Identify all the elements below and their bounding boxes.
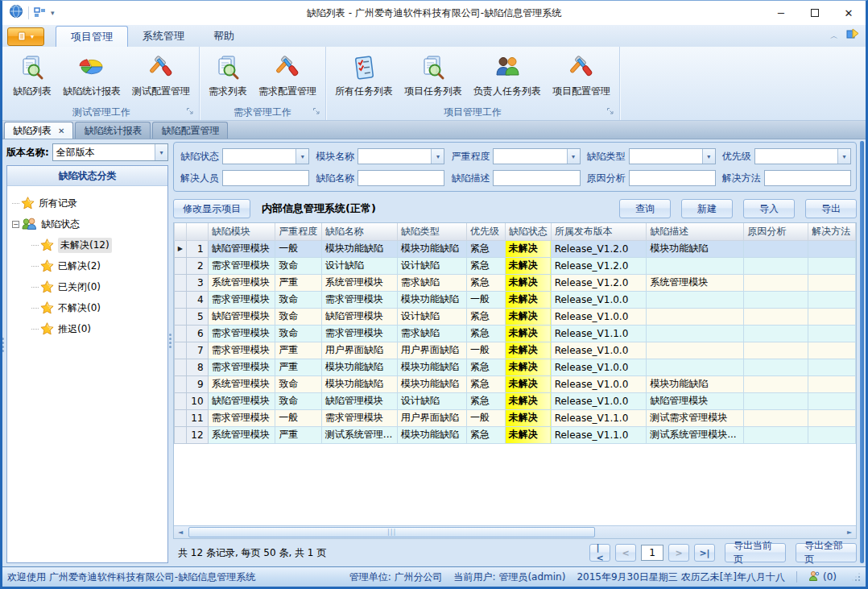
filter-select-严重程度[interactable]: ▾ bbox=[493, 148, 580, 164]
ribbon-tab-项目管理[interactable]: 项目管理 bbox=[56, 26, 128, 47]
ribbon-button-项目任务列表[interactable]: 项目任务列表 bbox=[399, 50, 468, 100]
table-row[interactable]: 8需求管理模块严重模块功能缺陷模块功能缺陷紧急未解决Release_V1.0.0 bbox=[175, 359, 856, 375]
filter-input-缺陷名称[interactable] bbox=[358, 170, 444, 186]
column-header-blank[interactable] bbox=[186, 223, 208, 240]
tree-item-未解决(12)[interactable]: 未解决(12) bbox=[12, 234, 164, 255]
online-user-icon[interactable] bbox=[808, 570, 820, 584]
table-row[interactable]: 4需求管理模块致命需求管理模块模块功能缺陷一般未解决Release_V1.0.0 bbox=[175, 291, 856, 308]
table-row[interactable]: 2需求管理模块致命设计缺陷设计缺陷紧急未解决Release_V1.2.0 bbox=[175, 257, 856, 274]
scroll-right-icon[interactable]: ► bbox=[843, 526, 856, 538]
filter-select-优先级[interactable]: ▾ bbox=[754, 148, 851, 164]
minimize-button[interactable]: ─ bbox=[764, 2, 798, 24]
ribbon-button-需求列表[interactable]: 需求列表 bbox=[203, 50, 253, 100]
dropdown-arrow-icon[interactable]: ▾ bbox=[296, 149, 308, 164]
page-number-input[interactable]: 1 bbox=[641, 545, 663, 561]
scroll-left-icon[interactable]: ◄ bbox=[174, 526, 187, 538]
modify-columns-button[interactable]: 修改显示项目 bbox=[173, 199, 250, 218]
prev-page-button[interactable]: < bbox=[615, 544, 636, 562]
document-tab-缺陷列表[interactable]: 缺陷列表✕ bbox=[4, 122, 73, 139]
table-row[interactable]: 6需求管理模块致命需求管理模块需求缺陷紧急未解决Release_V1.1.0 bbox=[175, 325, 856, 342]
export-current-page-button[interactable]: 导出当前页 bbox=[725, 543, 786, 562]
last-page-button[interactable]: >| bbox=[694, 544, 715, 562]
quick-access-layout-icon[interactable] bbox=[34, 6, 46, 21]
close-button[interactable]: ✕ bbox=[832, 2, 866, 24]
column-header-解决方法[interactable]: 解决方法 bbox=[808, 223, 856, 240]
application-menu-button[interactable]: ▾ bbox=[7, 27, 44, 46]
tree-expander-icon[interactable]: − bbox=[12, 221, 19, 228]
filter-input-解决人员[interactable] bbox=[222, 170, 309, 186]
table-row[interactable]: ▶1缺陷管理模块一般模块功能缺陷模块功能缺陷紧急未解决Release_V1.2.… bbox=[175, 240, 856, 257]
dropdown-arrow-icon[interactable]: ▾ bbox=[431, 149, 444, 164]
tree-item-已关闭(0)[interactable]: 已关闭(0) bbox=[12, 276, 164, 297]
column-header-缺陷状态[interactable]: 缺陷状态 bbox=[505, 223, 551, 240]
tree-item-推迟(0)[interactable]: 推迟(0) bbox=[12, 318, 164, 339]
ribbon-button-测试配置管理[interactable]: 测试配置管理 bbox=[126, 50, 196, 100]
tree-item-缺陷状态[interactable]: −缺陷状态 bbox=[12, 214, 164, 234]
maximize-button[interactable] bbox=[798, 2, 832, 24]
tab-close-icon[interactable]: ✕ bbox=[58, 127, 64, 135]
filter-input-缺陷描述[interactable] bbox=[493, 170, 580, 186]
ribbon-button-所有任务列表[interactable]: 所有任务列表 bbox=[329, 50, 399, 100]
column-header-所属发布版本[interactable]: 所属发布版本 bbox=[551, 223, 647, 240]
ribbon-button-项目配置管理[interactable]: 项目配置管理 bbox=[547, 50, 616, 100]
filter-select-模块名称[interactable]: ▾ bbox=[358, 148, 444, 164]
version-select[interactable]: 全部版本 ▾ bbox=[52, 143, 168, 161]
action-button-导入[interactable]: 导入 bbox=[743, 199, 795, 218]
dropdown-arrow-icon[interactable]: ▾ bbox=[567, 149, 580, 164]
column-header-严重程度[interactable]: 严重程度 bbox=[275, 223, 322, 240]
quick-access-dropdown-icon[interactable]: ▾ bbox=[51, 9, 55, 17]
filter-input-原因分析[interactable] bbox=[629, 170, 716, 186]
tree-item-不解决(0)[interactable]: 不解决(0) bbox=[12, 297, 164, 318]
ribbon-button-缺陷统计报表[interactable]: 缺陷统计报表 bbox=[57, 50, 126, 100]
ribbon-tab-系统管理[interactable]: 系统管理 bbox=[128, 26, 199, 47]
column-header-缺陷描述[interactable]: 缺陷描述 bbox=[647, 223, 744, 240]
left-edge-splitter-handle[interactable] bbox=[2, 336, 5, 354]
filter-input-解决方法[interactable] bbox=[764, 170, 851, 186]
tree-item-所有记录[interactable]: 所有记录 bbox=[12, 193, 164, 214]
dialog-launcher-icon[interactable] bbox=[606, 106, 614, 118]
table-row[interactable]: 3系统管理模块严重系统管理模块需求缺陷紧急未解决Release_V1.2.0系统… bbox=[175, 274, 856, 291]
table-row[interactable]: 11需求管理模块一般需求管理模块用户界面缺陷一般未解决Release_V1.1.… bbox=[175, 409, 856, 426]
vertical-scrollbar[interactable] bbox=[860, 141, 864, 563]
ribbon-button-负责人任务列表[interactable]: 负责人任务列表 bbox=[468, 50, 547, 100]
app-globe-icon[interactable] bbox=[9, 4, 23, 22]
dialog-launcher-icon[interactable] bbox=[186, 106, 194, 118]
splitter-handle[interactable] bbox=[169, 332, 172, 350]
collapse-ribbon-icon[interactable]: ︿ bbox=[830, 33, 838, 39]
horizontal-scrollbar[interactable]: ◄ ||| ► bbox=[174, 525, 856, 538]
action-button-查询[interactable]: 查询 bbox=[619, 199, 671, 218]
filter-value bbox=[223, 171, 308, 185]
action-button-新建[interactable]: 新建 bbox=[681, 199, 733, 218]
next-page-button[interactable]: > bbox=[668, 544, 689, 562]
tree-item-已解决(2)[interactable]: 已解决(2) bbox=[12, 255, 164, 276]
filter-select-缺陷状态[interactable]: ▾ bbox=[222, 148, 309, 164]
action-button-导出[interactable]: 导出 bbox=[805, 199, 857, 218]
table-row[interactable]: 12系统管理模块严重测试系统管理...模块功能缺陷紧急未解决Release_V1… bbox=[175, 426, 856, 443]
column-header-缺陷名称[interactable]: 缺陷名称 bbox=[321, 223, 397, 240]
ribbon-button-需求配置管理[interactable]: 需求配置管理 bbox=[253, 50, 322, 100]
ribbon-tab-帮助[interactable]: 帮助 bbox=[199, 26, 249, 47]
column-header-缺陷类型[interactable]: 缺陷类型 bbox=[397, 223, 466, 240]
column-header-blank[interactable] bbox=[175, 223, 187, 240]
document-tab-缺陷配置管理[interactable]: 缺陷配置管理 bbox=[152, 122, 228, 139]
column-header-缺陷模块[interactable]: 缺陷模块 bbox=[208, 223, 275, 240]
column-header-优先级[interactable]: 优先级 bbox=[467, 223, 506, 240]
dropdown-arrow-icon[interactable]: ▾ bbox=[837, 149, 850, 164]
export-all-pages-button[interactable]: 导出全部页 bbox=[796, 543, 857, 562]
table-row[interactable]: 5缺陷管理模块致命缺陷管理模块设计缺陷紧急未解决Release_V1.0.0 bbox=[175, 308, 856, 325]
dialog-launcher-icon[interactable] bbox=[312, 106, 320, 118]
column-header-原因分析[interactable]: 原因分析 bbox=[744, 223, 808, 240]
window-switch-icon[interactable] bbox=[846, 28, 859, 44]
resize-grip[interactable] bbox=[851, 572, 861, 582]
ribbon-button-缺陷列表[interactable]: 缺陷列表 bbox=[7, 50, 57, 100]
dropdown-arrow-icon[interactable]: ▾ bbox=[702, 149, 715, 164]
scrollbar-track[interactable]: ||| bbox=[187, 526, 843, 538]
document-tab-缺陷统计报表[interactable]: 缺陷统计报表 bbox=[75, 122, 151, 139]
first-page-button[interactable]: |< bbox=[589, 544, 610, 562]
table-row[interactable]: 7需求管理模块严重用户界面缺陷用户界面缺陷一般未解决Release_V1.0.0 bbox=[175, 342, 856, 359]
scrollbar-thumb[interactable]: ||| bbox=[188, 527, 595, 537]
table-row[interactable]: 9系统管理模块致命模块功能缺陷模块功能缺陷紧急未解决Release_V1.0.0… bbox=[175, 375, 856, 392]
filter-select-缺陷类型[interactable]: ▾ bbox=[629, 148, 716, 164]
version-select-arrow-icon[interactable]: ▾ bbox=[155, 144, 167, 160]
table-row[interactable]: 10缺陷管理模块致命缺陷管理模块设计缺陷紧急未解决Release_V1.0.0缺… bbox=[175, 392, 856, 409]
